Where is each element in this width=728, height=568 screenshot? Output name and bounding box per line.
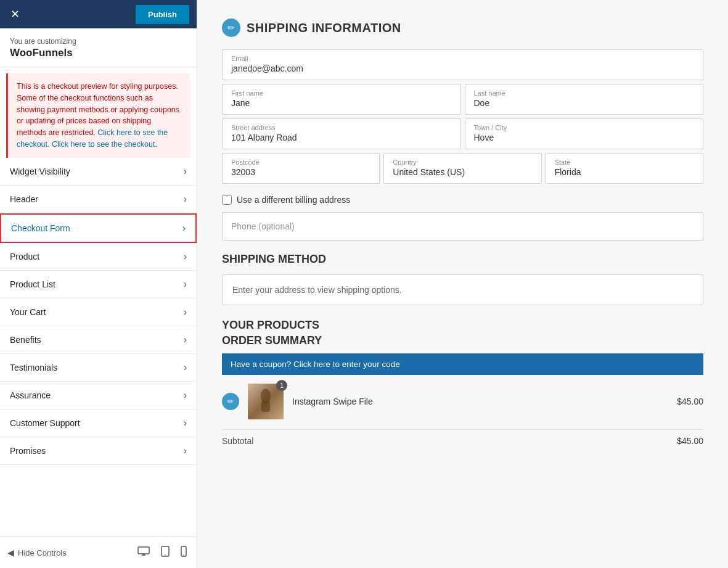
phone-field[interactable]: Phone (optional) [222,212,703,241]
email-field-row: Email janedoe@abc.com [222,49,703,80]
town-field[interactable]: Town / City Hove [465,118,704,149]
sidebar-item-customer-support[interactable]: Customer Support › [0,410,197,437]
sidebar-item-promises[interactable]: Promises › [0,437,197,465]
state-field[interactable]: State Florida [546,153,703,184]
state-value: Florida [555,167,694,177]
shipping-heading: ✏ SHIPPING INFORMATION [222,19,703,37]
desktop-icon[interactable] [135,543,152,562]
edit-icon: ✏ [222,19,240,37]
chevron-icon: › [184,251,187,262]
email-field[interactable]: Email janedoe@abc.com [222,49,703,80]
subtotal-row: Subtotal $45.00 [222,429,703,452]
hide-controls-button[interactable]: ◀ Hide Controls [7,548,67,558]
first-name-label: First name [231,89,452,97]
product-name: Instagram Swipe File [292,397,668,406]
town-value: Hove [474,133,695,142]
billing-checkbox-label[interactable]: Use a different billing address [237,195,350,205]
product-edit-icon[interactable]: ✏ [222,393,239,410]
order-summary-heading: ORDER SUMMARY [222,334,703,347]
svg-rect-0 [138,547,149,554]
country-field[interactable]: Country United States (US) [383,153,541,184]
sidebar-item-product-list[interactable]: Product List › [0,271,197,298]
preview-notice-link2[interactable]: Click here to see the checkout. [52,140,157,149]
sidebar-item-header[interactable]: Header › [0,186,197,213]
last-name-value: Doe [474,98,695,108]
sidebar-item-checkout-form[interactable]: Checkout Form › [0,213,197,243]
shipping-method-placeholder: Enter your address to view shipping opti… [222,274,703,305]
first-name-field[interactable]: First name Jane [222,84,461,115]
sidebar-nav: Widget Visibility › Header › Checkout Fo… [0,158,197,537]
state-label: State [555,158,694,166]
postcode-label: Postcode [231,158,370,166]
coupon-bar[interactable]: Have a coupon? Click here to enter your … [222,353,703,375]
country-value: United States (US) [393,167,532,177]
subtotal-label: Subtotal [222,436,253,446]
chevron-icon: › [184,279,187,290]
sidebar: ✕ Publish You are customizing WooFunnels… [0,0,197,568]
last-name-field[interactable]: Last name Doe [465,84,704,115]
footer-icons [135,543,189,562]
shipping-heading-text: SHIPPING INFORMATION [247,21,401,35]
address-field-row: Street address 101 Albany Road Town / Ci… [222,118,703,149]
chevron-icon: › [184,194,187,205]
product-quantity-badge: 1 [276,380,287,391]
mobile-icon[interactable] [178,543,189,562]
billing-checkbox-row: Use a different billing address [222,187,703,210]
subtotal-value: $45.00 [677,436,703,446]
sidebar-item-benefits[interactable]: Benefits › [0,326,197,354]
sidebar-item-product[interactable]: Product › [0,243,197,271]
street-label: Street address [231,124,452,131]
sidebar-header: ✕ Publish [0,0,197,28]
name-field-row: First name Jane Last name Doe [222,84,703,115]
sidebar-item-assurance[interactable]: Assurance › [0,382,197,410]
street-field[interactable]: Street address 101 Albany Road [222,118,461,149]
tablet-icon[interactable] [158,543,172,562]
sidebar-footer: ◀ Hide Controls [0,537,197,568]
chevron-icon: › [184,334,187,345]
postcode-field[interactable]: Postcode 32003 [222,153,380,184]
town-label: Town / City [474,124,695,131]
your-products-heading: YOUR PRODUCTS [222,319,703,332]
email-label: Email [231,55,694,62]
product-row: ✏ 1 [222,384,703,419]
customizing-section: You are customizing WooFunnels [0,28,197,67]
postcode-value: 32003 [231,167,370,177]
billing-checkbox[interactable] [222,195,232,205]
svg-rect-10 [261,401,270,412]
sidebar-item-testimonials[interactable]: Testimonials › [0,354,197,382]
circle-left-icon: ◀ [7,548,14,558]
publish-button[interactable]: Publish [136,5,189,24]
main-content: ✏ SHIPPING INFORMATION Email janedoe@abc… [197,0,728,568]
customizing-label: You are customizing [10,37,187,46]
chevron-icon: › [184,166,187,177]
hide-controls-label: Hide Controls [18,548,67,558]
email-value: janedoe@abc.com [231,64,694,73]
svg-point-6 [183,554,184,556]
location-field-row: Postcode 32003 Country United States (US… [222,153,703,184]
product-image-wrap: 1 [248,384,284,419]
product-price: $45.00 [677,397,703,406]
chevron-icon: › [182,223,186,234]
shipping-method-heading: SHIPPING METHOD [222,253,703,266]
sidebar-item-widget-visibility[interactable]: Widget Visibility › [0,158,197,186]
chevron-icon: › [184,390,187,401]
chevron-icon: › [184,362,187,373]
last-name-label: Last name [474,89,695,97]
country-label: Country [393,158,532,166]
first-name-value: Jane [231,98,452,108]
sidebar-item-your-cart[interactable]: Your Cart › [0,298,197,326]
svg-point-4 [165,554,166,556]
chevron-icon: › [184,307,187,318]
preview-notice: This is a checkout preview for styling p… [6,73,190,158]
customizing-title: WooFunnels [10,47,187,59]
chevron-icon: › [184,445,187,456]
chevron-icon: › [184,418,187,429]
street-value: 101 Albany Road [231,133,452,142]
close-icon[interactable]: ✕ [7,7,22,21]
